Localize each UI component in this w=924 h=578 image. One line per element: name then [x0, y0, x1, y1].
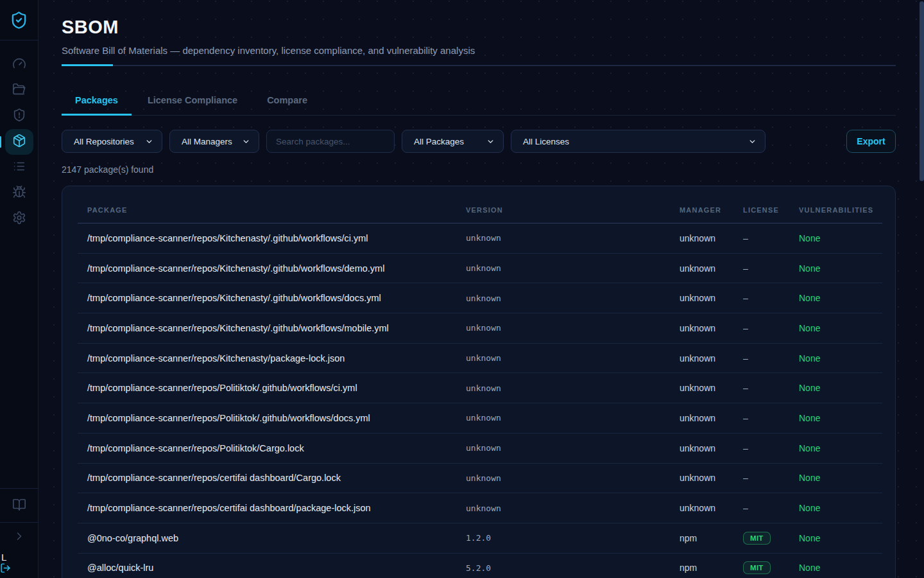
page-subtitle: Software Bill of Materials — dependency …	[62, 45, 896, 56]
version-cell: unknown	[466, 323, 680, 333]
sidebar-item-bugs[interactable]	[5, 180, 33, 206]
vulnerabilities-cell: None	[799, 473, 882, 483]
sidebar-item-settings[interactable]	[5, 206, 33, 232]
package-cell: /tmp/compliance-scanner/repos/Kitchenast…	[78, 323, 466, 333]
main-content: SBOM Software Bill of Materials — depend…	[38, 0, 924, 578]
filter-bar: All Repositories All Managers All Packag…	[62, 130, 896, 153]
chevron-down-icon	[486, 137, 495, 146]
package-cell: /tmp/compliance-scanner/repos/certifai d…	[78, 503, 466, 513]
licenses-select[interactable]: All Licenses	[511, 130, 766, 153]
manager-cell: unknown	[680, 353, 743, 363]
vulnerabilities-cell: None	[799, 563, 882, 573]
vulnerabilities-cell: None	[799, 383, 882, 393]
managers-select-value: All Managers	[182, 137, 232, 146]
repositories-select-value: All Repositories	[74, 137, 134, 146]
license-cell: –	[743, 473, 799, 483]
tab-bar: Packages License Compliance Compare	[62, 87, 896, 116]
packages-select-value: All Packages	[414, 137, 464, 146]
managers-select[interactable]: All Managers	[169, 130, 259, 153]
vulnerabilities-cell: None	[799, 353, 882, 363]
chevron-down-icon	[242, 137, 250, 146]
column-header-license: License	[743, 206, 799, 214]
app-logo[interactable]	[10, 12, 28, 31]
table-row[interactable]: /tmp/compliance-scanner/repos/Politiktok…	[78, 403, 882, 434]
license-cell: –	[743, 323, 799, 333]
license-badge: MIT	[743, 561, 771, 574]
version-cell: 1.2.0	[466, 533, 680, 543]
sidebar-item-vulnerabilities[interactable]	[5, 103, 33, 129]
table-row[interactable]: /tmp/compliance-scanner/repos/certifai d…	[78, 464, 882, 494]
sidebar-item-repositories[interactable]	[5, 78, 33, 103]
vulnerabilities-cell: None	[799, 323, 882, 333]
vulnerabilities-cell: None	[799, 263, 882, 274]
table-row[interactable]: /tmp/compliance-scanner/repos/certifai d…	[78, 493, 882, 523]
sidebar-collapse-button[interactable]	[5, 525, 33, 550]
license-cell: –	[743, 293, 799, 303]
manager-cell: unknown	[680, 293, 743, 303]
vertical-scrollbar-thumb[interactable]	[920, 1, 924, 181]
gauge-icon	[12, 57, 26, 73]
version-cell: unknown	[466, 353, 680, 363]
package-cell: /tmp/compliance-scanner/repos/Kitchenast…	[78, 353, 466, 363]
checklist-icon	[12, 159, 26, 176]
vulnerabilities-cell: None	[799, 443, 882, 453]
manager-cell: unknown	[680, 263, 743, 274]
logout-icon[interactable]	[0, 563, 11, 576]
tab-compare[interactable]: Compare	[253, 87, 321, 115]
bug-icon	[12, 185, 26, 202]
sidebar-item-checklist[interactable]	[5, 155, 33, 180]
table-header: Package Version Manager License Vulnerab…	[78, 197, 882, 223]
package-cell: @0no-co/graphql.web	[78, 533, 466, 543]
vulnerabilities-cell: None	[799, 293, 882, 303]
table-row[interactable]: /tmp/compliance-scanner/repos/Politiktok…	[78, 373, 882, 403]
table-row[interactable]: /tmp/compliance-scanner/repos/Kitchenast…	[78, 283, 882, 313]
packages-select[interactable]: All Packages	[402, 130, 504, 153]
manager-cell: npm	[680, 533, 743, 543]
export-button[interactable]: Export	[846, 130, 896, 153]
table-row[interactable]: /tmp/compliance-scanner/repos/Politiktok…	[78, 434, 882, 464]
package-cell: /tmp/compliance-scanner/repos/certifai d…	[78, 473, 466, 483]
title-underline	[62, 65, 896, 66]
sidebar-item-docs[interactable]	[5, 494, 33, 518]
tab-license-compliance[interactable]: License Compliance	[134, 87, 251, 115]
results-count: 2147 package(s) found	[62, 164, 896, 175]
version-cell: 5.2.0	[466, 563, 680, 573]
version-cell: unknown	[466, 293, 680, 303]
table-row[interactable]: /tmp/compliance-scanner/repos/Kitchenast…	[78, 223, 882, 254]
chevron-down-icon	[145, 137, 153, 146]
table-row[interactable]: /tmp/compliance-scanner/repos/Kitchenast…	[78, 254, 882, 284]
package-cell: /tmp/compliance-scanner/repos/Politiktok…	[78, 383, 466, 393]
version-cell: unknown	[466, 443, 680, 453]
version-cell: unknown	[466, 504, 680, 513]
sidebar-nav	[5, 52, 33, 232]
chevron-right-icon	[13, 530, 26, 545]
tab-packages[interactable]: Packages	[62, 87, 132, 115]
table-row[interactable]: /tmp/compliance-scanner/repos/Kitchenast…	[78, 344, 882, 374]
shield-check-icon	[10, 11, 28, 32]
sidebar-item-sbom[interactable]	[5, 129, 33, 155]
vulnerabilities-cell: None	[799, 533, 882, 543]
table-row[interactable]: @0no-co/graphql.web 1.2.0 npm MIT None	[78, 523, 882, 554]
table-row[interactable]: @alloc/quick-lru 5.2.0 npm MIT None	[78, 554, 882, 578]
package-cell: /tmp/compliance-scanner/repos/Kitchenast…	[78, 263, 466, 274]
sidebar-item-dashboard[interactable]	[5, 52, 33, 78]
version-cell: unknown	[466, 413, 680, 423]
column-header-version: Version	[466, 206, 680, 214]
license-cell: –	[743, 233, 799, 243]
table-row[interactable]: /tmp/compliance-scanner/repos/Kitchenast…	[78, 313, 882, 344]
version-cell: unknown	[466, 233, 680, 243]
license-cell: –	[743, 503, 799, 513]
manager-cell: unknown	[680, 233, 743, 243]
manager-cell: unknown	[680, 443, 743, 453]
sidebar-divider	[0, 40, 38, 40]
book-open-icon	[12, 498, 26, 514]
corner-clipped-label: L	[1, 552, 6, 563]
sidebar-divider	[0, 522, 38, 523]
version-cell: unknown	[466, 263, 680, 273]
package-cell: /tmp/compliance-scanner/repos/Kitchenast…	[78, 233, 466, 243]
license-cell: –	[743, 443, 799, 453]
repositories-select[interactable]: All Repositories	[62, 130, 162, 153]
search-input[interactable]	[266, 130, 395, 153]
vulnerabilities-cell: None	[799, 233, 882, 243]
version-cell: unknown	[466, 383, 680, 393]
